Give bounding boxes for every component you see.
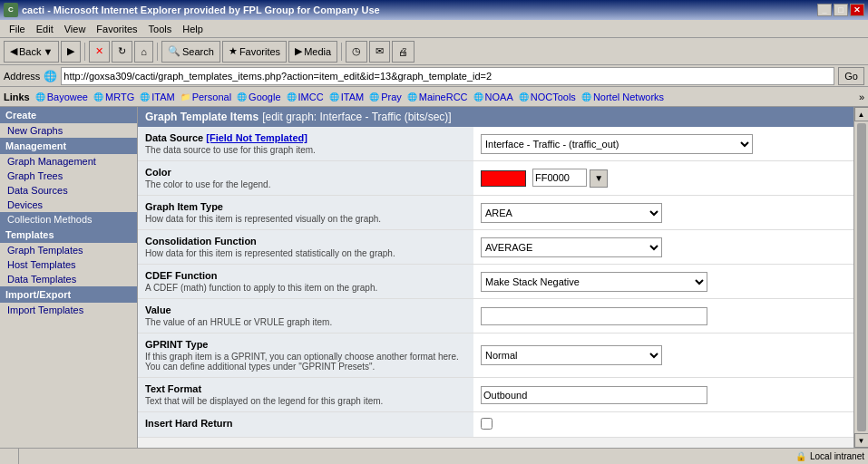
go-button[interactable]: Go: [838, 67, 864, 85]
back-button[interactable]: ◀ Back ▼: [4, 41, 59, 63]
menu-edit[interactable]: Edit: [31, 22, 59, 36]
mail-button[interactable]: ✉: [369, 41, 390, 63]
gprint-select[interactable]: Normal: [481, 345, 662, 365]
cdef-select[interactable]: Make Stack Negative None: [481, 272, 707, 292]
menu-file[interactable]: File: [4, 22, 31, 36]
menu-view[interactable]: View: [59, 22, 92, 36]
content-header: Graph Template Items [edit graph: Interf…: [138, 107, 853, 127]
color-picker-button[interactable]: ▼: [590, 169, 608, 188]
menu-tools[interactable]: Tools: [143, 22, 178, 36]
sidebar-item-graph-management[interactable]: Graph Management: [0, 154, 137, 169]
insert-hard-return-label: Insert Hard Return: [145, 418, 466, 429]
link-personal[interactable]: 📁 Personal: [180, 92, 231, 102]
link-mrtg[interactable]: 🌐 MRTG: [93, 92, 134, 102]
sidebar-item-import-templates[interactable]: Import Templates: [0, 303, 137, 317]
forward-icon: ▶: [67, 45, 74, 57]
stop-icon: ✕: [95, 45, 103, 57]
link-bayowee[interactable]: 🌐 Bayowee: [35, 92, 88, 102]
sidebar-item-host-templates[interactable]: Host Templates: [0, 257, 137, 272]
separator-3: [341, 43, 342, 61]
address-input[interactable]: [61, 67, 834, 85]
toolbar: ◀ Back ▼ ▶ ✕ ↻ ⌂ 🔍 Search ★ Favorites ▶ …: [0, 38, 868, 65]
consolidation-desc: How data for this item is represented st…: [145, 248, 466, 258]
field-control-cdef: Make Stack Negative None: [473, 265, 853, 299]
field-label-insert-hard-return: Insert Hard Return: [138, 412, 473, 438]
text-format-desc: Text that will be displayed on the legen…: [145, 396, 466, 406]
sidebar-item-graph-trees[interactable]: Graph Trees: [0, 169, 137, 183]
field-label-consolidation: Consolidation Function How data for this…: [138, 230, 473, 265]
history-icon: ◷: [352, 45, 361, 57]
field-label-gprint: GPRINT Type If this graph item is a GPRI…: [138, 334, 473, 378]
title-text: cacti - Microsoft Internet Explorer prov…: [22, 5, 380, 15]
zone-text: Local intranet: [810, 451, 864, 461]
insert-hard-return-checkbox[interactable]: [481, 418, 493, 430]
sidebar-header-import-export: Import/Export: [0, 286, 137, 303]
separator-1: [84, 43, 85, 61]
data-source-label: Data Source: [145, 132, 206, 143]
print-button[interactable]: 🖨: [392, 41, 414, 63]
text-format-input[interactable]: [481, 386, 707, 404]
field-control-gprint: Normal: [473, 334, 853, 378]
sidebar-item-collection-methods[interactable]: Collection Methods: [0, 212, 137, 227]
link-noaa[interactable]: 🌐 NOAA: [473, 92, 513, 102]
table-row: Color The color to use for the legend. ▼: [138, 161, 853, 196]
sidebar-item-new-graphs[interactable]: New Graphs: [0, 123, 137, 138]
sidebar-item-data-templates[interactable]: Data Templates: [0, 272, 137, 286]
scroll-down-button[interactable]: ▼: [854, 433, 869, 448]
field-label-color: Color The color to use for the legend.: [138, 161, 473, 196]
content-title: Graph Template Items: [145, 111, 258, 123]
gprint-desc: If this graph item is a GPRINT, you can …: [145, 352, 466, 372]
minimize-button[interactable]: _: [817, 4, 832, 16]
data-source-link[interactable]: [Field Not Templated]: [206, 132, 307, 143]
scroll-thumb[interactable]: [857, 123, 866, 431]
data-source-select[interactable]: Interface - Traffic - (traffic_out): [481, 134, 753, 154]
table-row: Data Source [Field Not Templated] The da…: [138, 127, 853, 161]
field-label-data-source: Data Source [Field Not Templated] The da…: [138, 127, 473, 161]
google-icon: 🌐: [237, 92, 247, 102]
refresh-button[interactable]: ↻: [112, 41, 132, 63]
link-nortel[interactable]: 🌐 Nortel Networks: [581, 92, 664, 102]
link-itam[interactable]: 🌐 ITAM: [140, 92, 174, 102]
search-button[interactable]: 🔍 Search: [161, 41, 220, 63]
link-mainercc[interactable]: 🌐 MaineRCC: [407, 92, 468, 102]
forward-button[interactable]: ▶: [61, 41, 81, 63]
status-right: 🔒 Local intranet: [795, 451, 864, 461]
link-itam2[interactable]: 🌐 ITAM: [329, 92, 364, 102]
table-row: Text Format Text that will be displayed …: [138, 378, 853, 412]
sidebar-header-templates: Templates: [0, 227, 137, 243]
stop-button[interactable]: ✕: [89, 41, 110, 63]
home-button[interactable]: ⌂: [134, 41, 153, 63]
field-control-data-source: Interface - Traffic - (traffic_out): [473, 127, 853, 161]
sidebar: Create New Graphs Management Graph Manag…: [0, 107, 138, 448]
sidebar-item-graph-templates[interactable]: Graph Templates: [0, 243, 137, 257]
field-control-text-format: [473, 378, 853, 412]
media-button[interactable]: ▶ Media: [288, 41, 337, 63]
favorites-button[interactable]: ★ Favorites: [222, 41, 287, 63]
value-desc: The value of an HRULE or VRULE graph ite…: [145, 317, 466, 327]
links-more-icon[interactable]: »: [859, 92, 864, 102]
link-google[interactable]: 🌐 Google: [237, 92, 280, 102]
color-desc: The color to use for the legend.: [145, 179, 466, 189]
sidebar-item-devices[interactable]: Devices: [0, 198, 137, 212]
maximize-button[interactable]: □: [834, 4, 848, 16]
link-noctools[interactable]: 🌐 NOCTools: [519, 92, 576, 102]
close-button[interactable]: ✕: [850, 4, 864, 16]
field-control-consolidation: AVERAGE MIN MAX LAST: [473, 230, 853, 265]
menu-help[interactable]: Help: [177, 22, 209, 36]
graph-item-type-select[interactable]: AREA LINE1 LINE2 LINE3 GPRINT COMMENT: [481, 203, 662, 223]
sidebar-item-data-sources[interactable]: Data Sources: [0, 183, 137, 198]
scrollbar[interactable]: ▲ ▼: [853, 107, 868, 448]
value-input[interactable]: [481, 307, 707, 325]
menu-favorites[interactable]: Favorites: [91, 22, 142, 36]
scroll-up-button[interactable]: ▲: [854, 107, 869, 121]
history-button[interactable]: ◷: [346, 41, 367, 63]
color-input[interactable]: [532, 169, 587, 187]
link-imcc[interactable]: 🌐 IMCC: [287, 92, 324, 102]
back-dropdown-icon[interactable]: ▼: [43, 46, 53, 57]
consolidation-select[interactable]: AVERAGE MIN MAX LAST: [481, 237, 662, 257]
bayowee-icon: 🌐: [35, 92, 45, 102]
noaa-icon: 🌐: [473, 92, 483, 102]
separator-2: [157, 43, 158, 61]
table-row: GPRINT Type If this graph item is a GPRI…: [138, 334, 853, 378]
link-pray[interactable]: 🌐 Pray: [369, 92, 402, 102]
